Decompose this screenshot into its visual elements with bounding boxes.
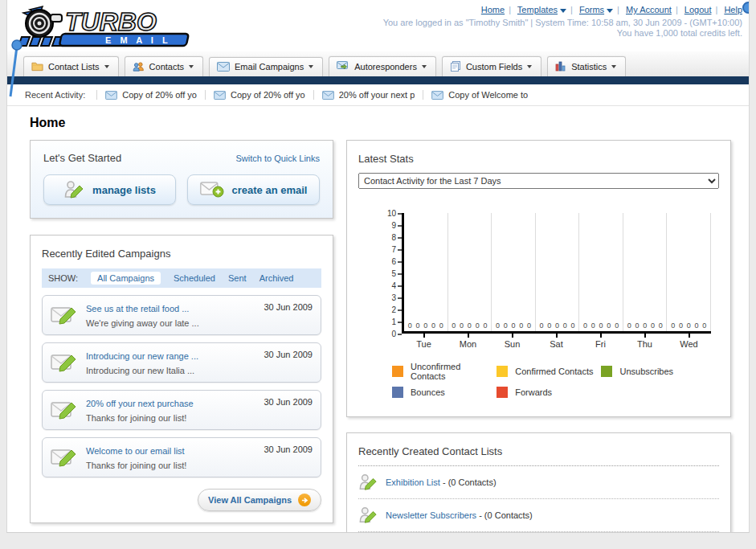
value-label: 0 bbox=[496, 322, 500, 330]
nav-help-link[interactable]: Help bbox=[724, 5, 742, 14]
campaign-card[interactable]: 20% off your next purchase Thanks for jo… bbox=[42, 390, 321, 430]
navy-divider-bar bbox=[7, 76, 749, 84]
value-label: 0 bbox=[519, 322, 523, 330]
legend-item: Unconfirmed Contacts bbox=[392, 362, 497, 381]
recent-activity-item[interactable]: 20% off your next p bbox=[313, 90, 423, 100]
value-label: 0 bbox=[599, 322, 603, 330]
value-label: 0 bbox=[635, 322, 639, 330]
filter-scheduled[interactable]: Scheduled bbox=[174, 273, 215, 283]
tab-contacts[interactable]: Contacts bbox=[125, 56, 203, 76]
tab-contact-lists[interactable]: Contact Lists bbox=[23, 56, 119, 76]
main-content: Home Let's Get Started Switch to Quick L… bbox=[7, 106, 749, 533]
credits-info: You have 1,000 total credits left. bbox=[383, 28, 742, 38]
campaign-card[interactable]: Introducing our new range ... Introducin… bbox=[42, 342, 321, 383]
switch-quick-links-link[interactable]: Switch to Quick Links bbox=[235, 154, 320, 163]
y-axis-tick: 6 bbox=[391, 257, 402, 266]
app-window: TURBO E M A I L Home| Templates| Forms| … bbox=[0, 0, 756, 549]
campaign-title-link[interactable]: Welcome to our email list bbox=[86, 446, 185, 456]
value-label: 0 bbox=[627, 322, 631, 330]
chart-day-group: 00000 bbox=[536, 213, 580, 331]
campaign-date: 30 Jun 2009 bbox=[264, 302, 313, 312]
nav-separator: | bbox=[570, 5, 573, 14]
value-label: 0 bbox=[527, 322, 531, 330]
turbo-email-logo: TURBO E M A I L bbox=[15, 3, 202, 48]
x-axis-label: Thu bbox=[623, 334, 667, 349]
chevron-down-icon bbox=[560, 9, 566, 13]
view-all-campaigns-button[interactable]: View All Campaigns bbox=[198, 489, 321, 511]
nav-my-account-link[interactable]: My Account bbox=[626, 5, 672, 14]
header: TURBO E M A I L Home| Templates| Forms| … bbox=[7, 0, 749, 51]
envelope-icon bbox=[214, 91, 226, 100]
x-axis-label: Wed bbox=[667, 334, 711, 349]
chart-x-axis: TueMonSunSatFriThuWed bbox=[402, 334, 711, 349]
brand-top-text: TURBO bbox=[65, 7, 157, 36]
tab-autoresponders[interactable]: Autoresponders bbox=[329, 56, 436, 76]
chevron-down-icon bbox=[104, 65, 109, 68]
envelope-pencil-icon bbox=[51, 447, 78, 469]
value-label: 0 bbox=[452, 322, 456, 330]
campaign-card[interactable]: See us at the retail food ... We're givi… bbox=[42, 295, 321, 335]
value-label: 0 bbox=[615, 322, 619, 330]
value-label: 0 bbox=[687, 322, 691, 330]
campaign-date: 30 Jun 2009 bbox=[264, 350, 313, 359]
y-axis-tick: 2 bbox=[391, 305, 402, 314]
campaign-title-link[interactable]: Introducing our new range ... bbox=[86, 351, 198, 361]
envelope-pencil-icon bbox=[51, 305, 78, 326]
campaign-title-link[interactable]: See us at the retail food ... bbox=[86, 304, 189, 313]
value-label: 0 bbox=[679, 322, 683, 330]
y-axis-tick: 4 bbox=[391, 281, 402, 290]
recent-activity-item[interactable]: Copy of 20% off yo bbox=[96, 90, 205, 100]
get-started-title: Let's Get Started bbox=[43, 152, 121, 164]
value-label: 0 bbox=[423, 322, 427, 330]
envelope-pencil-icon bbox=[51, 399, 78, 421]
chevron-down-icon bbox=[422, 65, 427, 68]
tab-statistics[interactable]: Statistics bbox=[547, 56, 626, 76]
chevron-down-icon bbox=[527, 65, 532, 68]
tab-custom-fields[interactable]: Custom Fields bbox=[442, 56, 541, 76]
chart-day-group: 00000 bbox=[492, 213, 536, 331]
x-axis-label: Sun bbox=[490, 334, 534, 349]
campaign-date: 30 Jun 2009 bbox=[264, 445, 313, 454]
brand-bottom-text: E M A I L bbox=[105, 35, 171, 45]
tab-email-campaigns[interactable]: Email Campaigns bbox=[209, 57, 323, 76]
manage-lists-button[interactable]: manage lists bbox=[43, 174, 176, 205]
chevron-down-icon bbox=[309, 65, 313, 68]
x-axis-label: Fri bbox=[578, 334, 623, 349]
recent-activity-item[interactable]: Copy of Welcome to bbox=[423, 90, 536, 100]
contact-list-link[interactable]: Exhibition List bbox=[386, 477, 440, 487]
nav-forms-link[interactable]: Forms bbox=[579, 5, 613, 14]
value-label: 0 bbox=[504, 322, 508, 330]
chart-day-group: 00000 bbox=[404, 213, 448, 331]
nav-logout-link[interactable]: Logout bbox=[684, 5, 712, 14]
y-axis-tick: 10 bbox=[387, 209, 402, 218]
page-title: Home bbox=[30, 116, 731, 130]
person-pencil-icon bbox=[63, 179, 84, 200]
filter-archived[interactable]: Archived bbox=[259, 273, 294, 283]
value-label: 0 bbox=[439, 322, 443, 330]
filter-all-campaigns[interactable]: All Campaigns bbox=[91, 272, 161, 285]
contact-list-link[interactable]: Newsletter Subscribers bbox=[386, 510, 476, 520]
campaign-title-link[interactable]: 20% off your next purchase bbox=[86, 399, 194, 408]
legend-item: Unsubscribes bbox=[601, 362, 705, 381]
chart-plot-area: 00000000000000000000000000000000000 bbox=[402, 213, 711, 334]
people-icon bbox=[133, 61, 145, 72]
value-label: 0 bbox=[476, 322, 480, 330]
campaign-card[interactable]: Welcome to our email list Thanks for joi… bbox=[42, 437, 321, 477]
y-axis-tick: 0 bbox=[391, 330, 402, 338]
y-axis-tick: 3 bbox=[391, 293, 402, 302]
nav-templates-link[interactable]: Templates bbox=[517, 5, 566, 14]
legend-swatch bbox=[392, 366, 403, 377]
nav-home-link[interactable]: Home bbox=[481, 5, 505, 14]
value-label: 0 bbox=[607, 322, 611, 330]
legend-swatch bbox=[601, 366, 612, 377]
contact-lists-title: Recently Created Contact Lists bbox=[358, 445, 502, 457]
filter-sent[interactable]: Sent bbox=[228, 273, 247, 283]
person-pencil-icon bbox=[358, 505, 378, 526]
value-label: 0 bbox=[468, 322, 472, 330]
create-email-button[interactable]: create an email bbox=[187, 174, 320, 205]
person-pencil-icon bbox=[358, 472, 378, 493]
recent-activity-item[interactable]: Copy of 20% off yo bbox=[205, 90, 313, 100]
stats-report-select[interactable]: Contact Activity for the Last 7 Days bbox=[358, 173, 719, 189]
get-started-panel: Let's Get Started Switch to Quick Links bbox=[30, 140, 333, 219]
chart-y-axis: 109876543210 bbox=[381, 213, 402, 334]
